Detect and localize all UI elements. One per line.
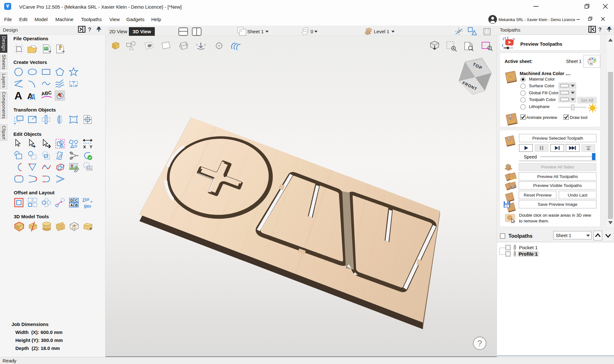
svg-text:Zin: Zin [83, 197, 90, 203]
svg-text:X: X [83, 144, 86, 149]
svg-text:D: D [70, 198, 73, 202]
svg-text:A: A [14, 90, 22, 101]
svg-text:A: A [70, 203, 73, 207]
svg-text:ger: ger [84, 203, 92, 208]
svg-text:Y: Y [90, 144, 92, 149]
svg-text:?: ? [598, 27, 602, 33]
svg-text:ABC: ABC [41, 90, 52, 97]
svg-text:?: ? [72, 81, 75, 85]
svg-text:C: C [75, 198, 78, 202]
svg-text:s: s [90, 200, 93, 204]
svg-text:B: B [75, 203, 78, 207]
svg-text:?: ? [88, 27, 91, 33]
